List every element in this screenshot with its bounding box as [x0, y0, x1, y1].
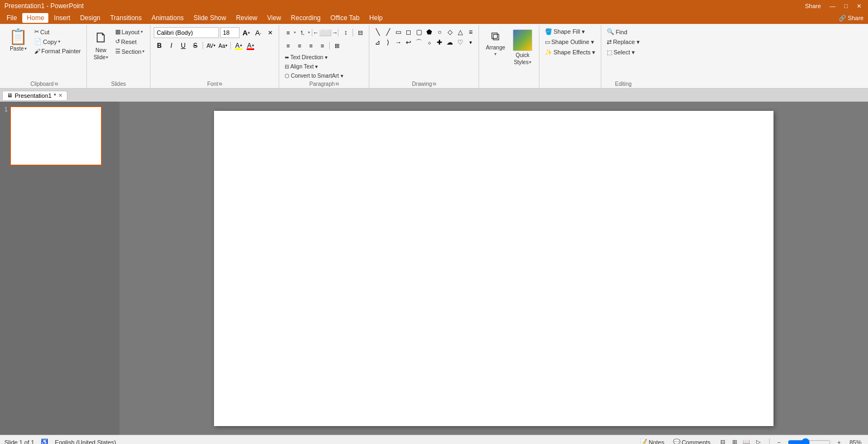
align-center-button[interactable]: ≡	[294, 40, 305, 51]
menu-insert[interactable]: Insert	[49, 13, 74, 23]
shape-notch[interactable]: ⬦	[424, 37, 434, 47]
shape-chevron[interactable]: ⟩	[383, 37, 393, 47]
language-label[interactable]: English (United States)	[55, 439, 116, 445]
font-name-input[interactable]	[154, 27, 219, 38]
decrease-font-button[interactable]: A-	[253, 27, 263, 38]
shape-outline-button[interactable]: ▭ Shape Outline ▾	[543, 37, 597, 47]
highlight-button[interactable]: A ▾	[233, 40, 244, 51]
share-ribbon-button[interactable]: 🔗 Share	[836, 15, 866, 22]
shape-snip[interactable]: ⬟	[424, 27, 434, 37]
clipboard-expand-icon[interactable]: ⧉	[55, 82, 58, 87]
find-button[interactable]: 🔍 Find	[605, 27, 641, 36]
convert-smartart-button[interactable]: ⬡ Convert to SmartArt ▾	[282, 72, 366, 80]
quick-styles-dropdown[interactable]: ▾	[529, 60, 531, 65]
menu-slide-show[interactable]: Slide Show	[189, 13, 230, 23]
slide-thumbnail[interactable]	[10, 106, 102, 166]
section-button[interactable]: ☰ Section ▾	[113, 47, 147, 56]
reading-view-button[interactable]: 📖	[741, 437, 752, 445]
shape-fill-button[interactable]: 🪣 Shape Fill ▾	[543, 27, 597, 36]
shape-rounded[interactable]: ▢	[414, 27, 424, 37]
menu-review[interactable]: Review	[231, 13, 261, 23]
zoom-slider[interactable]	[788, 438, 831, 445]
bullets-button[interactable]: ≡	[282, 27, 293, 38]
section-dropdown[interactable]: ▾	[142, 49, 144, 54]
shape-ellipse[interactable]: ○	[435, 27, 444, 37]
align-text-button[interactable]: ⊟ Align Text ▾	[282, 62, 366, 71]
text-options-button[interactable]: ⊞	[331, 40, 342, 51]
align-right-button[interactable]: ≡	[305, 40, 316, 51]
comments-button[interactable]: 💬 Comments	[671, 437, 713, 444]
menu-transitions[interactable]: Transitions	[106, 13, 146, 23]
bold-button[interactable]: B	[154, 40, 165, 51]
copy-button[interactable]: 📄 Copy ▾	[32, 37, 83, 46]
tab-close-button[interactable]: ✕	[58, 92, 62, 98]
paste-button[interactable]: 📋 Paste ▾	[5, 27, 31, 54]
shape-line2[interactable]: ╱	[383, 27, 393, 37]
menu-animations[interactable]: Animations	[147, 13, 188, 23]
decrease-indent-button[interactable]: ←⬜	[314, 27, 325, 38]
align-left-button[interactable]: ≡	[282, 40, 293, 51]
font-size-input[interactable]	[220, 27, 240, 38]
clear-format-button[interactable]: ✕	[265, 27, 275, 38]
shape-effects-button[interactable]: ✨ Shape Effects ▾	[543, 48, 597, 57]
increase-font-button[interactable]: A+	[241, 27, 251, 38]
char-spacing-button[interactable]: AV▾	[205, 40, 216, 51]
maximize-button[interactable]: □	[842, 3, 850, 10]
shape-more[interactable]: ▼	[466, 37, 475, 47]
underline-button[interactable]: U	[178, 40, 188, 51]
shape-bent[interactable]: ↩	[404, 37, 413, 47]
menu-design[interactable]: Design	[76, 13, 104, 23]
menu-view[interactable]: View	[263, 13, 286, 23]
paragraph-expand-icon[interactable]: ⧉	[336, 82, 339, 87]
shapes-more[interactable]: ≡	[466, 27, 475, 37]
presentation-tab[interactable]: 🖥 Presentation1 * ✕	[2, 91, 67, 100]
zoom-out-button[interactable]: −	[775, 438, 783, 445]
menu-recording[interactable]: Recording	[287, 13, 325, 23]
zoom-level[interactable]: 85%	[847, 438, 864, 445]
menu-file[interactable]: File	[2, 13, 21, 23]
select-button[interactable]: ⬚ Select ▾	[605, 48, 641, 57]
canvas-area[interactable]	[119, 102, 868, 435]
share-button[interactable]: Share	[803, 3, 823, 10]
minimize-button[interactable]: —	[827, 3, 838, 10]
slideshow-button[interactable]: ▷	[753, 437, 764, 445]
paste-dropdown-arrow[interactable]: ▾	[24, 46, 27, 51]
change-case-button[interactable]: Aa▾	[217, 40, 228, 51]
shape-triangle[interactable]: △	[455, 27, 465, 37]
new-slide-button[interactable]: 🗋 New Slide ▾	[90, 27, 112, 62]
quick-styles-button[interactable]: Quick Styles ▾	[510, 27, 536, 67]
shape-arrow[interactable]: →	[393, 37, 403, 47]
new-slide-dropdown[interactable]: ▾	[106, 55, 108, 60]
arrange-button[interactable]: ⧉ Arrange ▾	[482, 27, 508, 59]
slide-canvas[interactable]	[214, 111, 773, 426]
format-painter-button[interactable]: 🖌 Format Painter	[32, 47, 83, 55]
shape-heart[interactable]: ♡	[455, 37, 465, 47]
shape-line[interactable]: ╲	[373, 27, 382, 37]
shape-rt[interactable]: ⊿	[373, 37, 382, 47]
strikethrough-button[interactable]: S	[190, 40, 200, 51]
drawing-expand-icon[interactable]: ⧉	[433, 82, 436, 87]
zoom-in-button[interactable]: +	[835, 438, 843, 445]
copy-dropdown-arrow[interactable]: ▾	[58, 39, 60, 44]
shape-rect[interactable]: ▭	[393, 27, 403, 37]
shape-iso[interactable]: ◇	[445, 27, 455, 37]
menu-help[interactable]: Help	[365, 13, 387, 23]
cut-button[interactable]: ✂ Cut	[32, 27, 83, 36]
shape-cloud[interactable]: ☁	[445, 37, 455, 47]
layout-dropdown[interactable]: ▾	[141, 29, 143, 34]
italic-button[interactable]: I	[166, 40, 177, 51]
arrange-dropdown[interactable]: ▾	[494, 52, 496, 57]
line-spacing-button[interactable]: ↕	[340, 27, 351, 38]
normal-view-button[interactable]: ⊟	[717, 437, 728, 445]
menu-home[interactable]: Home	[22, 13, 48, 23]
numbering-button[interactable]: ⒈	[297, 27, 307, 38]
text-direction-button[interactable]: ⬌ Text Direction ▾	[282, 53, 366, 61]
font-expand-icon[interactable]: ⧉	[219, 82, 222, 87]
layout-button[interactable]: ▦ Layout ▾	[113, 27, 147, 36]
accessibility-icon[interactable]: ♿	[41, 439, 48, 444]
reset-button[interactable]: ↺ Reset	[113, 37, 147, 46]
shape-rect2[interactable]: ◻	[404, 27, 413, 37]
slide-sorter-button[interactable]: ⊞	[729, 437, 740, 445]
replace-button[interactable]: ⇄ Replace ▾	[605, 37, 641, 47]
bullets-dropdown[interactable]: ▾	[294, 30, 296, 35]
